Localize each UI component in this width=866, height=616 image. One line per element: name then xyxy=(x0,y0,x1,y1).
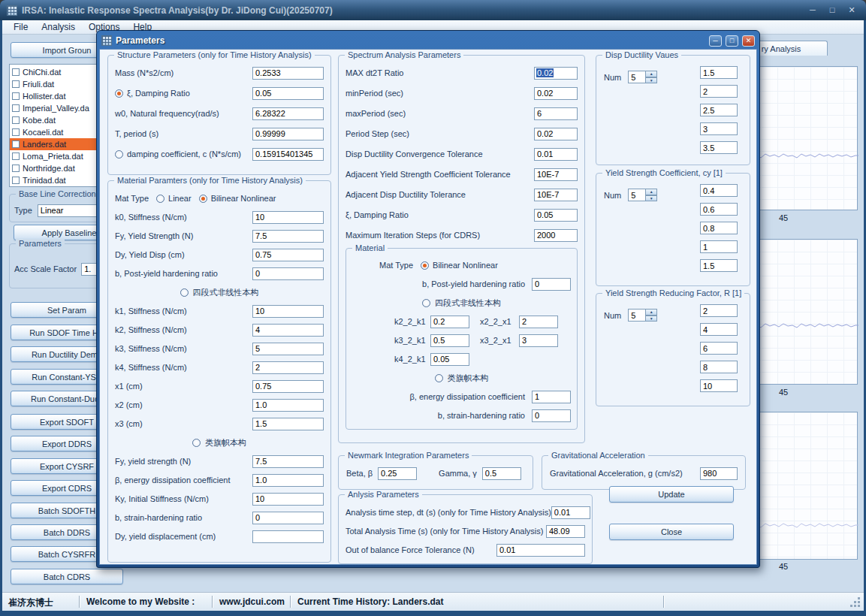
file-checkbox[interactable] xyxy=(12,177,20,184)
damping-coefficient-radio[interactable] xyxy=(115,150,123,159)
x2-ratio-input[interactable] xyxy=(519,316,558,328)
max-iteration-input[interactable] xyxy=(534,229,578,242)
k4-input[interactable] xyxy=(252,361,324,374)
close-button[interactable]: Close xyxy=(609,524,734,540)
file-checkbox[interactable] xyxy=(12,116,20,124)
max-dt2t-input[interactable]: 0.02 xyxy=(534,67,578,80)
newmark-gamma-input[interactable] xyxy=(482,467,521,480)
dy2-input[interactable] xyxy=(252,530,324,543)
spin-up-icon[interactable]: ▲ xyxy=(646,309,657,316)
ductility-value-input[interactable] xyxy=(700,122,738,135)
ductility-value-input[interactable] xyxy=(700,104,738,116)
cy-value-input[interactable] xyxy=(700,203,738,216)
cy-num-input[interactable] xyxy=(628,189,646,201)
update-button[interactable]: Update xyxy=(609,486,734,503)
k3-input[interactable] xyxy=(252,343,324,355)
strain-hardening-input[interactable] xyxy=(252,512,324,524)
cy-num-spinner[interactable]: ▲▼ xyxy=(628,189,657,201)
spin-down-icon[interactable]: ▼ xyxy=(646,77,657,84)
yield-coeff-tolerance-input[interactable] xyxy=(534,168,578,181)
fy2-input[interactable] xyxy=(252,455,324,468)
ductility-tolerance-input[interactable] xyxy=(534,148,578,161)
file-checkbox[interactable] xyxy=(12,92,20,100)
spectrum-damping-input[interactable] xyxy=(534,209,578,222)
ductility-num-input[interactable] xyxy=(628,71,646,83)
dialog-close-icon[interactable]: ✕ xyxy=(742,35,755,47)
spectrum-strain-hardening-input[interactable] xyxy=(532,409,571,422)
linear-radio[interactable] xyxy=(156,195,164,203)
natural-frequency-input[interactable] xyxy=(252,107,324,120)
k0-input[interactable] xyxy=(252,211,324,224)
spin-down-icon[interactable]: ▼ xyxy=(646,316,657,322)
bilinear-radio[interactable] xyxy=(199,195,207,203)
file-checkbox[interactable] xyxy=(12,165,20,172)
dialog-minimize-icon[interactable]: ─ xyxy=(709,35,722,47)
flag-shape-radio[interactable] xyxy=(192,439,201,447)
dialog-maximize-icon[interactable]: □ xyxy=(726,35,738,47)
force-tolerance-input[interactable] xyxy=(496,544,585,557)
file-checkbox[interactable] xyxy=(12,104,20,112)
post-yield-input[interactable] xyxy=(252,267,324,280)
r-value-input[interactable] xyxy=(700,304,738,317)
beta-dissipation-input[interactable] xyxy=(252,474,324,487)
period-input[interactable] xyxy=(252,128,324,140)
ductility-value-input[interactable] xyxy=(700,141,738,154)
four-segment-radio[interactable] xyxy=(180,288,189,297)
ductility-value-input[interactable] xyxy=(700,85,738,98)
x3-ratio-input[interactable] xyxy=(519,334,558,347)
spectrum-flag-shape-radio[interactable] xyxy=(435,374,443,382)
r-value-input[interactable] xyxy=(700,323,738,336)
r-value-input[interactable] xyxy=(700,361,738,373)
spectrum-bilinear-radio[interactable] xyxy=(421,261,429,270)
r-value-input[interactable] xyxy=(700,379,738,392)
mass-input[interactable] xyxy=(252,67,324,80)
close-icon[interactable]: ✕ xyxy=(844,4,859,17)
newmark-beta-input[interactable] xyxy=(378,467,417,480)
x1-input[interactable] xyxy=(252,380,324,393)
file-checkbox[interactable] xyxy=(12,128,20,136)
cy-value-input[interactable] xyxy=(700,184,738,197)
file-checkbox[interactable] xyxy=(12,80,20,88)
max-period-input[interactable] xyxy=(534,107,578,120)
k3-ratio-input[interactable] xyxy=(430,334,469,347)
x2-input[interactable] xyxy=(252,399,324,412)
k2-input[interactable] xyxy=(252,324,324,337)
spectrum-four-segment-radio[interactable] xyxy=(422,299,430,307)
k2-ratio-input[interactable] xyxy=(430,316,469,328)
damping-ratio-input[interactable] xyxy=(252,87,324,100)
minimize-icon[interactable]: ─ xyxy=(805,4,820,17)
r-num-spinner[interactable]: ▲▼ xyxy=(628,309,657,322)
maximize-icon[interactable]: □ xyxy=(825,4,840,17)
dy-input[interactable] xyxy=(252,249,324,261)
min-period-input[interactable] xyxy=(534,87,578,100)
period-step-input[interactable] xyxy=(534,128,578,140)
file-checkbox[interactable] xyxy=(12,140,20,148)
adjacent-ductility-tolerance-input[interactable] xyxy=(534,189,578,201)
spin-up-icon[interactable]: ▲ xyxy=(646,71,657,77)
cy-value-input[interactable] xyxy=(700,259,738,272)
dialog-titlebar[interactable]: Parameters ─ □ ✕ xyxy=(99,32,757,49)
ky-input[interactable] xyxy=(252,493,324,506)
spin-down-icon[interactable]: ▼ xyxy=(646,195,657,202)
total-time-input[interactable] xyxy=(546,525,585,538)
menu-analysis[interactable]: Analysis xyxy=(35,21,82,33)
cy-value-input[interactable] xyxy=(700,222,738,234)
gravity-input[interactable] xyxy=(700,467,738,480)
damping-ratio-radio[interactable] xyxy=(115,89,123,98)
ductility-value-input[interactable] xyxy=(700,66,738,79)
r-value-input[interactable] xyxy=(700,342,738,355)
spin-up-icon[interactable]: ▲ xyxy=(646,189,657,195)
file-checkbox[interactable] xyxy=(12,152,20,160)
menu-file[interactable]: File xyxy=(7,21,35,33)
file-checkbox[interactable] xyxy=(12,68,20,76)
cy-value-input[interactable] xyxy=(700,240,738,253)
k4-ratio-input[interactable] xyxy=(430,353,469,366)
fy-input[interactable] xyxy=(252,230,324,243)
ductility-num-spinner[interactable]: ▲▼ xyxy=(628,71,657,83)
status-website-link[interactable]: www.jdcui.com xyxy=(219,596,285,607)
spectrum-post-yield-input[interactable] xyxy=(532,278,571,291)
k1-input[interactable] xyxy=(252,305,324,318)
time-step-input[interactable] xyxy=(551,506,590,519)
x3-input[interactable] xyxy=(252,418,324,430)
damping-coefficient-input[interactable] xyxy=(252,148,324,161)
